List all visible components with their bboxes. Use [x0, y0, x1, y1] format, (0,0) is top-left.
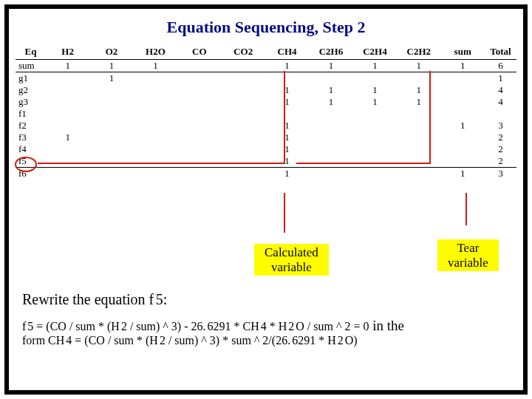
table-cell	[309, 108, 352, 120]
header-row: Eq H2 O2 H2O CO CO2 CH4 C2H6 C2H4 C2H2 s…	[16, 44, 516, 60]
table-cell	[177, 168, 221, 180]
table-cell: 3	[485, 120, 516, 132]
table-cell: 2	[485, 132, 516, 143]
table-cell	[440, 108, 484, 120]
rewrite-line: Rewrite the equation f 5:	[22, 291, 167, 308]
matrix-table: Eq H2 O2 H2O CO CO2 CH4 C2H6 C2H4 C2H2 s…	[16, 44, 516, 180]
table-cell	[177, 84, 221, 96]
table-row: sum111111116	[16, 60, 516, 72]
table-cell	[89, 132, 133, 143]
red-vline-sum	[429, 71, 431, 164]
table-cell	[222, 143, 265, 155]
eq1b: in the	[369, 318, 405, 333]
table-cell: 1	[309, 60, 352, 72]
table-cell	[309, 132, 352, 143]
table-cell	[309, 120, 352, 132]
table-cell	[134, 155, 177, 168]
table-cell: 1	[265, 60, 309, 72]
table-cell: 1	[265, 96, 309, 108]
calculated-l1: Calculated	[265, 245, 318, 259]
table-cell	[485, 108, 516, 120]
table-cell: 1	[485, 72, 516, 85]
table-cell: 1	[353, 60, 397, 72]
table-cell	[89, 108, 133, 120]
table-cell: 1	[265, 168, 309, 180]
table-cell	[46, 143, 89, 155]
table-cell: 1	[89, 72, 133, 85]
table-cell	[440, 84, 484, 96]
red-line-right	[296, 163, 429, 164]
table-cell: f2	[16, 120, 46, 132]
table-cell	[440, 143, 484, 155]
table-cell: f4	[16, 143, 46, 155]
table-cell	[89, 143, 133, 155]
equation-line-2: form CH 4 = (CO / sum * (H 2 / sum) ^ 3)…	[22, 334, 358, 347]
table-cell	[89, 84, 133, 96]
table-cell	[440, 132, 484, 143]
table-cell	[89, 96, 133, 108]
table-cell	[177, 120, 221, 132]
table-cell: 1	[265, 84, 309, 96]
table-cell: 1	[309, 96, 352, 108]
h-eq: Eq	[16, 44, 46, 60]
table-row: g211114	[16, 84, 516, 96]
table-cell	[222, 108, 265, 120]
h-o2: O2	[89, 44, 133, 60]
h-total: Total	[485, 44, 516, 60]
table-cell	[222, 96, 265, 108]
table-cell: 1	[353, 96, 397, 108]
h-sum: sum	[440, 44, 484, 60]
table-cell	[89, 168, 133, 180]
table-cell: 1	[440, 120, 484, 132]
table-cell	[440, 96, 484, 108]
table-cell	[177, 155, 221, 168]
table-cell	[309, 143, 352, 155]
red-vline-ch4	[284, 71, 285, 164]
table-row: f512	[16, 155, 516, 168]
circle-f5	[15, 157, 37, 172]
calculated-l2: variable	[271, 260, 312, 274]
table-cell	[222, 84, 265, 96]
h-co: CO	[177, 44, 221, 60]
table-cell	[89, 120, 133, 132]
table-cell: 1	[265, 143, 309, 155]
table-cell	[353, 132, 397, 143]
table-cell: f3	[16, 132, 46, 143]
table-cell	[46, 84, 89, 96]
table-cell	[353, 120, 397, 132]
table-cell: 1	[440, 168, 484, 180]
table-cell	[46, 72, 89, 85]
table-row: f6113	[16, 168, 516, 180]
h-h2o: H2O	[134, 44, 177, 60]
table-cell	[46, 96, 89, 108]
tear-l1: Tear	[457, 241, 479, 255]
table-cell: 1	[46, 60, 89, 72]
table-row: g111	[16, 72, 516, 85]
table-cell	[397, 120, 440, 132]
table-cell	[46, 168, 89, 180]
table-cell	[222, 155, 265, 168]
table-cell: 1	[134, 60, 177, 72]
eq1a: f 5 = (CO / sum * (H 2 / sum) ^ 3) - 26.…	[22, 320, 369, 332]
table-row: f2113	[16, 120, 516, 132]
table-cell	[134, 168, 177, 180]
table-cell	[177, 72, 221, 85]
table-cell	[177, 108, 221, 120]
table-cell	[397, 132, 440, 143]
h-c2h4: C2H4	[353, 44, 397, 60]
h-ch4: CH4	[265, 44, 309, 60]
table-cell	[440, 155, 484, 168]
table-cell	[353, 72, 397, 85]
table-cell	[222, 168, 265, 180]
table-cell: 3	[485, 168, 516, 180]
h-co2: CO2	[222, 44, 265, 60]
table-cell	[440, 72, 484, 85]
table-cell: g1	[16, 72, 46, 85]
table-cell	[222, 60, 265, 72]
table-cell	[353, 108, 397, 120]
table-cell	[46, 155, 89, 168]
table-cell: 1	[440, 60, 484, 72]
slide-title: Equation Sequencing, Step 2	[9, 18, 523, 37]
table-cell: g2	[16, 84, 46, 96]
table-cell	[353, 155, 397, 168]
